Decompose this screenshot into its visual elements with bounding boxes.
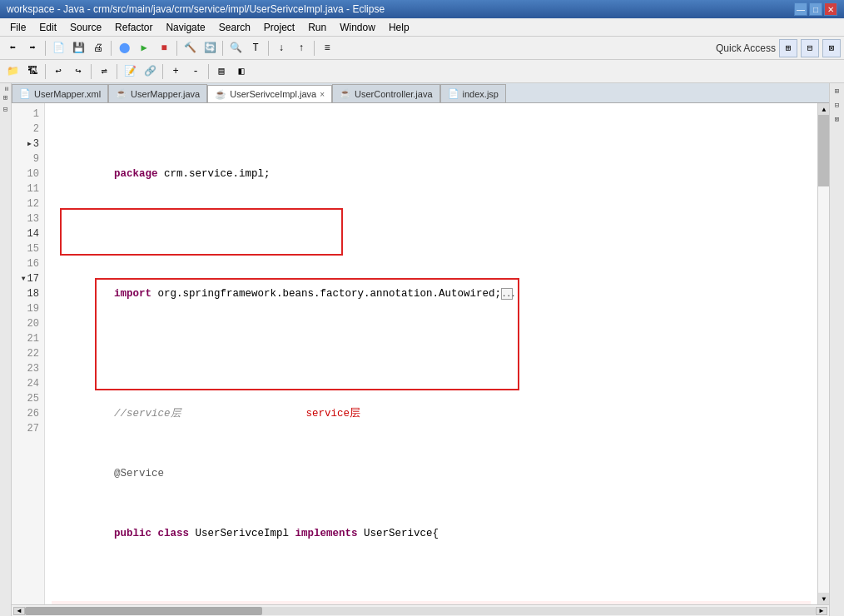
line-num-3[interactable]: ▶3	[12, 137, 44, 152]
h-scrollbar-thumb	[25, 607, 262, 615]
menu-navigate[interactable]: Navigate	[159, 20, 211, 35]
outline-button[interactable]: ◧	[232, 62, 251, 81]
debug-button[interactable]: ⬤	[115, 39, 133, 57]
next-annotation-button[interactable]: ↓	[272, 39, 290, 57]
minimize-button[interactable]: —	[794, 2, 807, 16]
line-num-22: 22	[12, 346, 44, 361]
menu-bar: File Edit Source Refactor Navigate Searc…	[0, 18, 844, 37]
panel-icon-2[interactable]: ⊞	[3, 93, 7, 102]
line-num-13: 13	[12, 211, 44, 226]
left-panel-icons: ≡ ⊞ ⊟	[0, 83, 12, 616]
menu-source[interactable]: Source	[63, 20, 108, 35]
scroll-right-button[interactable]: ▶	[816, 607, 827, 615]
quick-access-icon-2[interactable]: ⊟	[801, 39, 819, 57]
tab-userserivceimpl-java[interactable]: ☕ UserSerivceImpl.java ×	[207, 85, 332, 103]
zoom-out-button[interactable]: -	[186, 62, 205, 81]
next-edit-button[interactable]: ↪	[69, 62, 87, 81]
quick-access-icon-1[interactable]: ⊞	[779, 39, 797, 57]
code-line-10: //service层 service层	[52, 391, 811, 406]
tab-label-5: index.jsp	[463, 89, 499, 99]
toolbar2-sep-4	[162, 64, 163, 79]
line-num-1: 1	[12, 107, 44, 122]
menu-refactor[interactable]: Refactor	[108, 20, 159, 35]
last-edit-button[interactable]: ↩	[49, 62, 67, 81]
line-num-24: 24	[12, 376, 44, 391]
code-editor[interactable]: package crm.service.impl; import org.spr…	[45, 103, 817, 604]
save-button[interactable]: 💾	[69, 39, 87, 57]
close-button[interactable]: ✕	[824, 2, 837, 16]
menu-edit[interactable]: Edit	[32, 20, 63, 35]
tab-usermapper-java[interactable]: ☕ UserMapper.java	[108, 84, 207, 102]
forward-button[interactable]: ➡	[23, 39, 42, 57]
menu-run[interactable]: Run	[301, 20, 333, 35]
quick-access-icon-3[interactable]: ⊠	[822, 39, 841, 57]
vertical-scrollbar[interactable]: ▲ ▼	[817, 103, 829, 604]
tab-index-jsp[interactable]: 📄 index.jsp	[440, 84, 506, 102]
toolbar-sep-3	[176, 41, 177, 56]
package-explorer-button[interactable]: 📁	[3, 62, 22, 81]
line-num-18[interactable]: 18	[12, 286, 44, 301]
menu-file[interactable]: File	[3, 20, 32, 35]
scroll-up-button[interactable]: ▲	[818, 103, 829, 115]
zoom-in-button[interactable]: +	[166, 62, 185, 81]
toolbar-sep-2	[111, 41, 112, 56]
tab-icon-5: 📄	[448, 88, 459, 99]
stop-button[interactable]: ■	[155, 39, 173, 57]
maximize-button[interactable]: □	[809, 2, 822, 16]
tab-label-2: UserMapper.java	[131, 89, 200, 99]
sync-button[interactable]: 🔗	[141, 62, 159, 81]
scroll-track[interactable]	[818, 115, 829, 593]
run-button[interactable]: ▶	[135, 39, 153, 57]
line-num-17[interactable]: ▼17	[12, 271, 44, 286]
tab-label-1: UserMapper.xml	[34, 89, 101, 99]
word-wrap-button[interactable]: ≡	[318, 39, 336, 57]
scroll-down-button[interactable]: ▼	[818, 593, 829, 604]
line-num-14[interactable]: 14	[12, 226, 44, 241]
line-num-9: 9	[12, 152, 44, 166]
right-icon-1[interactable]: ⊞	[835, 87, 839, 96]
tab-usercontroller-java[interactable]: ☕ UserController.java	[332, 84, 440, 102]
open-type-button[interactable]: T	[246, 39, 265, 57]
scroll-thumb[interactable]	[818, 115, 829, 186]
annotate-button[interactable]: 📝	[121, 62, 139, 81]
code-line-12: public class UserSerivceImpl implements …	[52, 511, 811, 526]
tab-label-3: UserSerivceImpl.java	[230, 89, 316, 99]
menu-project[interactable]: Project	[257, 20, 301, 35]
right-icon-3[interactable]: ⊠	[835, 115, 839, 124]
line-num-19: 19	[12, 301, 44, 316]
panel-icon-1[interactable]: ≡	[2, 87, 10, 91]
tab-close-3[interactable]: ×	[320, 90, 325, 99]
right-icon-2[interactable]: ⊟	[835, 101, 839, 110]
console-button[interactable]: ▤	[212, 62, 231, 81]
scroll-left-button[interactable]: ◀	[13, 607, 25, 615]
menu-help[interactable]: Help	[382, 20, 416, 35]
panel-icon-3[interactable]: ⊟	[3, 105, 7, 114]
right-sidebar: ⊞ ⊟ ⊠	[829, 83, 844, 616]
title-bar: workspace - Java - crm/src/main/java/crm…	[0, 0, 844, 18]
menu-search[interactable]: Search	[212, 20, 257, 35]
refresh-button[interactable]: 🔄	[201, 39, 219, 57]
toolbar2-sep-2	[91, 64, 92, 79]
code-line-2	[52, 211, 811, 226]
window-controls[interactable]: — □ ✕	[794, 2, 837, 16]
secondary-toolbar: 📁 🏗 ↩ ↪ ⇌ 📝 🔗 + - ▤ ◧	[0, 60, 844, 83]
line-numbers: 1 2 ▶3 9 10 11 12 13 14 15 16 ▼17 18 19 …	[12, 103, 45, 604]
hierarchy-button[interactable]: 🏗	[23, 62, 42, 81]
line-num-21: 21	[12, 331, 44, 346]
prev-annotation-button[interactable]: ↑	[292, 39, 310, 57]
toolbar-sep-1	[45, 41, 46, 56]
tab-usermapper-xml[interactable]: 📄 UserMapper.xml	[12, 84, 108, 102]
back-button[interactable]: ⬅	[3, 39, 22, 57]
new-button[interactable]: 📄	[49, 39, 67, 57]
line-num-26: 26	[12, 406, 44, 421]
horizontal-scrollbar[interactable]	[25, 607, 816, 615]
menu-window[interactable]: Window	[333, 20, 382, 35]
build-button[interactable]: 🔨	[181, 39, 199, 57]
quick-access-label: Quick Access	[716, 42, 776, 54]
toolbar-right: Quick Access ⊞ ⊟ ⊠	[716, 39, 841, 57]
print-button[interactable]: 🖨	[89, 39, 107, 57]
line-num-12: 12	[12, 196, 44, 211]
compare-button[interactable]: ⇌	[95, 62, 113, 81]
search-button[interactable]: 🔍	[226, 39, 245, 57]
code-line-1: package crm.service.impl;	[52, 152, 811, 166]
